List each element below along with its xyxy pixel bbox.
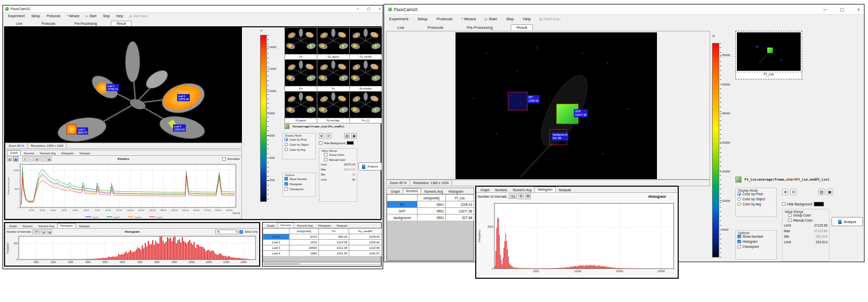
zoom-in-icon[interactable]: ⊕ <box>782 189 789 195</box>
leaf3-label[interactable]: Leaf 313576.48 <box>177 94 190 101</box>
menu-stop[interactable]: Stop <box>103 14 109 18</box>
thumb-fo-medfilt[interactable]: Fo_medfilt <box>350 28 382 59</box>
tab-notepad[interactable]: Notepad <box>334 224 350 228</box>
tab-graph[interactable]: Graph <box>264 224 277 228</box>
fit-horizontal-icon[interactable]: ⇔ <box>28 156 33 161</box>
printer-icon[interactable]: ▤ <box>47 229 52 234</box>
gfp-label[interactable]: GFP11677.38 <box>574 109 588 117</box>
color-by-object-radio[interactable]: Color by Object <box>284 143 314 146</box>
histogram-toggle[interactable]: Histogram <box>737 240 775 243</box>
fit-vertical-icon[interactable]: ⇕ <box>22 156 27 161</box>
manual-color-toggle[interactable]: Manual Color <box>324 158 355 161</box>
column-header-size[interactable]: size[pixels] <box>418 195 446 201</box>
expand-chevron-icon[interactable]: » <box>260 28 262 33</box>
column-header-ftlss[interactable]: Ft_Lss <box>446 195 474 201</box>
tab-numeric-avg[interactable]: Numeric Avg <box>422 189 445 194</box>
tab-pre-processing[interactable]: Pre-Processing <box>69 21 102 26</box>
pan-icon[interactable]: ⊞ <box>518 193 524 199</box>
tab-notepad[interactable]: Notepad <box>556 188 574 192</box>
printer-icon[interactable]: ▤ <box>525 193 531 199</box>
maximize-button[interactable]: ▢ <box>367 7 370 11</box>
leaf4-label[interactable]: Leaf 413254.53 <box>173 124 186 132</box>
tab-histogram[interactable]: Histogram <box>446 189 466 194</box>
tab-graph[interactable]: Graph <box>388 189 402 194</box>
background-label[interactable]: background527.88 <box>552 133 568 141</box>
minimize-button[interactable]: ─ <box>356 7 359 11</box>
hide-background-toggle[interactable]: Hide Background <box>782 202 824 206</box>
tab-numeric-avg[interactable]: Numeric Avg <box>295 224 315 228</box>
left-main-image[interactable]: Leaf 213768.33 Leaf 313576.48 Leaf 19844… <box>5 27 242 143</box>
tab-numeric[interactable]: Numeric <box>20 224 35 228</box>
wt-label[interactable]: WT1295.43 <box>527 95 540 103</box>
menu-start[interactable]: ▷Start <box>86 14 97 18</box>
menu-protocols[interactable]: Protocols <box>437 17 452 21</box>
maximize-button[interactable]: ▢ <box>840 7 844 12</box>
color-by-pixel-radio[interactable]: Color by Pixel <box>737 192 775 196</box>
show-number-toggle[interactable]: Show Number <box>737 235 775 238</box>
color-by-object-radio[interactable]: Color by Object <box>737 197 775 201</box>
normalize-checkbox[interactable] <box>222 157 226 161</box>
ftlss-thumbnail[interactable]: Ft_Lss <box>735 31 802 79</box>
leaf1-label[interactable]: Leaf 19844.70 <box>77 127 88 135</box>
checkpoint-toggle[interactable]: Checkpoint <box>284 187 314 191</box>
thumb-fp[interactable]: Fp <box>317 60 349 91</box>
thumb-fp-gauss[interactable]: Fp-gauss <box>285 92 317 123</box>
column-header[interactable] <box>263 229 290 234</box>
tab-numeric[interactable]: Numeric <box>403 188 421 194</box>
group-color-toggle[interactable]: Group Color <box>324 153 355 156</box>
pan-icon[interactable]: ⊞ <box>34 156 39 161</box>
tab-result[interactable]: Result <box>111 21 131 26</box>
menu-setup[interactable]: Setup <box>418 17 428 21</box>
histogram-toggle[interactable]: Histogram <box>284 182 314 186</box>
tab-notepad[interactable]: Notepad <box>77 151 93 155</box>
tab-numeric[interactable]: Numeric <box>277 223 294 228</box>
tab-live[interactable]: Live <box>11 21 27 26</box>
save-icon[interactable]: ▣ <box>826 189 833 195</box>
select-only-toggle[interactable]: Select Only <box>239 230 258 234</box>
hide-background-checkbox[interactable] <box>782 202 786 206</box>
expand-chevron-icon[interactable]: » <box>712 33 715 38</box>
tab-numeric-avg[interactable]: Numeric Avg <box>36 224 57 228</box>
tab-histogram[interactable]: Histogram <box>534 187 556 192</box>
menu-start-auto[interactable]: ▷Start Auto <box>130 14 148 18</box>
kinetics-chart[interactable]: 10.0020.0030.0040.0050.0060.0070.0080.00… <box>6 162 241 219</box>
menu-experiment[interactable]: Experiment <box>389 17 408 21</box>
tab-numeric[interactable]: Numeric <box>492 188 510 192</box>
thumb-fm-l1[interactable]: Fm_L1 <box>350 92 382 123</box>
tab-histogram[interactable]: Histogram <box>57 223 76 228</box>
column-header-fo-medfilt[interactable]: Fo_medfilt <box>349 229 382 234</box>
checkpoint-toggle[interactable]: Checkpoint <box>737 245 775 248</box>
tab-notepad[interactable]: Notepad <box>76 224 92 228</box>
color-by-avg-radio[interactable]: Color by Avg <box>284 148 314 151</box>
minimize-button[interactable]: ─ <box>823 7 826 12</box>
hide-background-toggle[interactable]: Hide Background <box>319 141 354 145</box>
tab-graph[interactable]: Graph <box>7 150 21 155</box>
scale-icon[interactable]: ∕ <box>40 156 46 161</box>
menu-wizard[interactable]: *Wizard <box>67 14 79 18</box>
tab-result[interactable]: Result <box>511 24 532 30</box>
menu-start-auto[interactable]: ▷Start Auto <box>540 17 561 21</box>
tab-numeric[interactable]: Numeric <box>21 151 36 155</box>
background-color-swatch[interactable] <box>814 202 824 206</box>
close-button[interactable]: × <box>857 7 860 12</box>
right-histogram-chart[interactable]: 500010000150002000005000Frequency <box>477 201 678 277</box>
thumb-fm[interactable]: Fm <box>285 60 317 91</box>
tab-graph[interactable]: Graph <box>7 224 19 228</box>
color-by-pixel-radio[interactable]: Color by Pixel <box>284 138 314 141</box>
analyze-button[interactable]: Analyze <box>832 217 863 226</box>
object-filter-dropdown[interactable]: All ▾ <box>215 230 238 234</box>
menu-help[interactable]: Help <box>116 14 123 18</box>
open-icon[interactable]: ▨ <box>818 189 825 195</box>
chart-export-icon[interactable]: ▧ <box>7 156 12 161</box>
normalize-toggle[interactable]: Normalize <box>222 157 240 161</box>
grid-icon[interactable]: ▤ <box>47 156 52 161</box>
leaf2-label[interactable]: Leaf 213768.33 <box>106 84 119 91</box>
tab-graph[interactable]: Graph <box>478 188 492 192</box>
menu-protocols[interactable]: Protocols <box>47 14 60 18</box>
left-histogram-chart[interactable]: 1000200030004000500060007000800090001000… <box>6 235 259 266</box>
group-color-toggle[interactable]: Group Color <box>788 213 828 217</box>
menu-setup[interactable]: Setup <box>31 14 40 18</box>
tab-protocols[interactable]: Protocols <box>36 21 60 26</box>
menu-stop[interactable]: Stop <box>506 17 514 21</box>
save-chart-icon[interactable]: ▦ <box>13 156 18 161</box>
